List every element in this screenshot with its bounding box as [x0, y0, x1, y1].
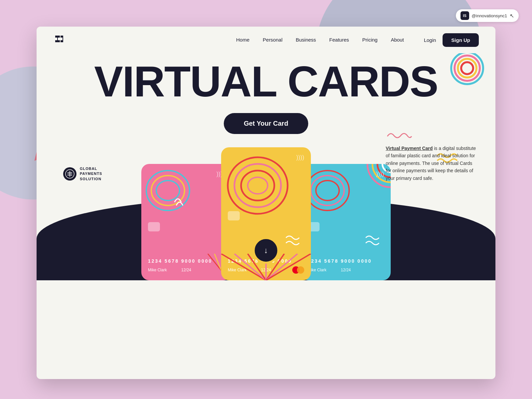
signup-button[interactable]: Sign Up: [443, 33, 479, 47]
card-blue-wavy: [364, 234, 387, 250]
hero-title: VIRTUAL CARDS: [53, 60, 479, 103]
card-pink-swirl: [145, 169, 191, 212]
description-section: Virtual Payment Card is a digital substi…: [386, 130, 479, 182]
download-icon: ↓: [264, 246, 268, 255]
card-pink: )))) 1234 5678 9000 0000 Mike Clark 12/2…: [141, 164, 231, 280]
svg-point-5: [146, 171, 190, 210]
squiggle-decoration: [386, 130, 479, 142]
login-button[interactable]: Login: [424, 37, 436, 43]
nav-links: Home Personal Business Features Pricing …: [236, 37, 404, 43]
nav-home[interactable]: Home: [236, 37, 249, 43]
card-pink-chip: [148, 222, 160, 231]
svg-point-13: [228, 157, 288, 214]
svg-line-8: [208, 254, 221, 270]
svg-point-15: [241, 171, 274, 200]
card-blue-contactless: )))): [376, 171, 384, 178]
description-text: Virtual Payment Card is a digital substi…: [386, 145, 479, 182]
cursor-icon: ↖: [510, 13, 514, 19]
svg-point-0: [451, 52, 483, 84]
card-yellow-swirl: [224, 152, 291, 219]
card-blue-number: 1234 5678 9000 0000: [308, 258, 372, 264]
nav-business[interactable]: Business: [296, 37, 316, 43]
browser-window: Home Personal Business Features Pricing …: [37, 27, 495, 379]
svg-point-7: [156, 181, 180, 200]
partner-text: GLOBAL PAYMENTS SOLUTION: [80, 166, 102, 182]
nav-actions: Login Sign Up: [424, 33, 479, 47]
nav-features[interactable]: Features: [329, 37, 349, 43]
card-yellow-wavy: [284, 234, 308, 250]
download-button[interactable]: ↓: [253, 237, 279, 264]
description-bold: Virtual Payment Card: [386, 146, 433, 151]
svg-point-26: [316, 181, 339, 200]
cursor-badge-username: @innovationsync1: [472, 13, 507, 18]
cursor-badge-initials: IS: [461, 11, 469, 20]
card-pink-name: Mike Clark: [148, 268, 167, 272]
rainbow-decoration: [449, 50, 485, 88]
svg-point-16: [248, 177, 268, 194]
partner-logo: GLOBAL PAYMENTS SOLUTION: [63, 166, 102, 182]
svg-line-9: [214, 254, 221, 270]
card-blue-expiry: 12/24: [341, 268, 351, 272]
navbar: Home Personal Business Features Pricing …: [37, 27, 495, 53]
card-pink-expiry: 12/24: [181, 268, 191, 272]
card-blue: )))) 1234 5678 9000 0000 Mike Clark 12/2…: [301, 164, 391, 280]
cta-button[interactable]: Get Your Card: [224, 113, 308, 134]
nav-about[interactable]: About: [391, 37, 404, 43]
svg-point-24: [306, 171, 349, 210]
card-yellow-chip: [228, 211, 240, 220]
card-blue-swirl: [304, 169, 351, 212]
cursor-badge: IS @innovationsync1 ↖: [456, 9, 519, 22]
partner-emblem: [63, 167, 76, 181]
svg-point-3: [461, 62, 473, 74]
logo: [53, 33, 65, 47]
nav-pricing[interactable]: Pricing: [362, 37, 378, 43]
card-pink-number: 1234 5678 9000 0000: [148, 258, 212, 264]
card-yellow-contactless: )))): [296, 154, 304, 161]
nav-personal[interactable]: Personal: [263, 37, 282, 43]
hero-section: VIRTUAL CARDS Get Your Card Virtual Paym…: [37, 53, 495, 280]
